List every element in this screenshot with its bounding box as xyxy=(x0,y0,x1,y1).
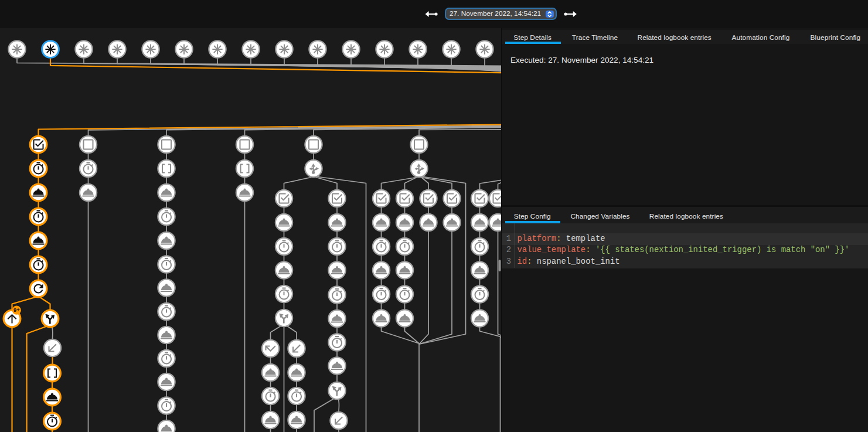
svg-text:9+: 9+ xyxy=(13,307,20,313)
